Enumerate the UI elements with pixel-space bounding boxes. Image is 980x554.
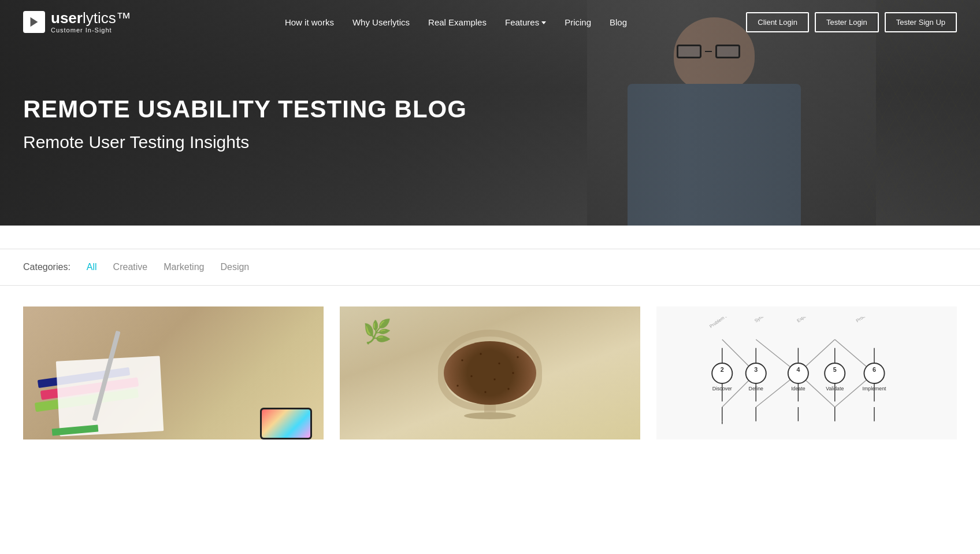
tester-login-button[interactable]: Tester Login [815, 12, 879, 32]
logo-text-wrap: userlytics™ Customer In-Sight [51, 10, 131, 34]
nav-blog[interactable]: Blog [610, 17, 627, 27]
category-creative[interactable]: Creative [113, 262, 148, 272]
svg-text:3: 3 [754, 365, 758, 372]
svg-text:Synthesize: Synthesize [753, 317, 774, 323]
svg-text:Validate: Validate [826, 385, 844, 391]
blog-card-1-image [23, 306, 324, 439]
svg-text:Problem Space: Problem Space [708, 317, 737, 329]
blog-card-2[interactable]: 🌿 [340, 306, 640, 439]
site-header: userlytics™ Customer In-Sight How it wor… [0, 0, 980, 44]
category-marketing[interactable]: Marketing [164, 262, 204, 272]
hero-content: REMOTE USABILITY TESTING BLOG Remote Use… [0, 96, 490, 153]
hero-subtitle: Remote User Testing Insights [23, 132, 467, 153]
logo-area: userlytics™ Customer In-Sight [23, 10, 131, 34]
nav-how-it-works[interactable]: How it works [285, 17, 334, 27]
logo-icon [23, 11, 45, 33]
tester-signup-button[interactable]: Tester Sign Up [885, 12, 957, 32]
nav-buttons: Client Login Tester Login Tester Sign Up [746, 12, 957, 32]
hero-title: REMOTE USABILITY TESTING BLOG [23, 96, 467, 123]
nav-pricing[interactable]: Pricing [565, 17, 591, 27]
client-login-button[interactable]: Client Login [746, 12, 809, 32]
svg-text:Implement: Implement [863, 385, 886, 391]
categories-label: Categories: [23, 262, 70, 272]
nav-real-examples[interactable]: Real Examples [428, 17, 487, 27]
svg-text:Define: Define [749, 385, 763, 391]
categories-bar: Categories: All Creative Marketing Desig… [0, 249, 980, 286]
main-nav: How it works Why Userlytics Real Example… [166, 17, 747, 27]
category-design[interactable]: Design [220, 262, 249, 272]
features-chevron-down-icon [541, 21, 546, 24]
blog-card-3[interactable]: Problem Space Synthesize Expand Design S… [656, 306, 957, 439]
blog-card-1[interactable] [23, 306, 324, 439]
svg-text:Ideate: Ideate [791, 385, 805, 391]
svg-text:2: 2 [721, 365, 724, 372]
svg-text:Expand Design Space: Expand Design Space [796, 317, 835, 323]
svg-text:5: 5 [833, 365, 837, 372]
category-all[interactable]: All [87, 262, 97, 272]
logo-text: userlytics™ [51, 10, 131, 25]
nav-why-userlytics[interactable]: Why Userlytics [352, 17, 410, 27]
blog-card-2-image: 🌿 [340, 306, 640, 439]
blog-grid: 🌿 Problem Space Synthesize Expand Design… [0, 286, 980, 460]
svg-text:Prototype: Prototype [855, 317, 874, 323]
logo-subtitle: Customer In-Sight [51, 27, 131, 34]
svg-text:Discover: Discover [712, 385, 732, 391]
svg-marker-0 [31, 17, 38, 27]
blog-card-3-image: Problem Space Synthesize Expand Design S… [656, 306, 957, 439]
nav-features[interactable]: Features [505, 17, 546, 27]
svg-text:6: 6 [873, 365, 876, 372]
svg-text:4: 4 [796, 365, 800, 372]
